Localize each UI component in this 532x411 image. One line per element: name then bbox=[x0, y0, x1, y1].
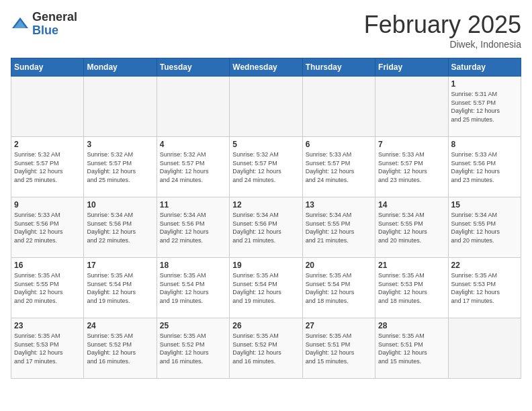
calendar-cell: 12Sunrise: 5:34 AM Sunset: 5:56 PM Dayli… bbox=[230, 197, 302, 258]
logo-text: General Blue bbox=[32, 11, 77, 38]
day-info: Sunrise: 5:35 AM Sunset: 5:53 PM Dayligh… bbox=[451, 271, 518, 305]
day-info: Sunrise: 5:35 AM Sunset: 5:52 PM Dayligh… bbox=[87, 332, 153, 365]
calendar-cell bbox=[157, 77, 229, 137]
day-info: Sunrise: 5:35 AM Sunset: 5:52 PM Dayligh… bbox=[232, 332, 299, 365]
calendar-table: SundayMondayTuesdayWednesdayThursdayFrid… bbox=[11, 58, 521, 379]
calendar-cell: 3Sunrise: 5:32 AM Sunset: 5:57 PM Daylig… bbox=[84, 137, 157, 197]
day-number: 8 bbox=[451, 140, 518, 149]
day-number: 9 bbox=[14, 200, 81, 210]
week-row-2: 2Sunrise: 5:32 AM Sunset: 5:57 PM Daylig… bbox=[11, 137, 521, 197]
calendar-cell: 13Sunrise: 5:34 AM Sunset: 5:55 PM Dayli… bbox=[302, 197, 375, 258]
day-info: Sunrise: 5:32 AM Sunset: 5:57 PM Dayligh… bbox=[160, 150, 226, 184]
day-number: 15 bbox=[451, 200, 518, 210]
day-info: Sunrise: 5:31 AM Sunset: 5:57 PM Dayligh… bbox=[451, 90, 518, 124]
day-info: Sunrise: 5:33 AM Sunset: 5:57 PM Dayligh… bbox=[306, 150, 372, 184]
weekday-header-tuesday: Tuesday bbox=[157, 58, 229, 77]
day-info: Sunrise: 5:33 AM Sunset: 5:57 PM Dayligh… bbox=[378, 150, 445, 184]
day-number: 10 bbox=[87, 200, 153, 210]
day-number: 13 bbox=[306, 200, 372, 210]
day-info: Sunrise: 5:35 AM Sunset: 5:51 PM Dayligh… bbox=[378, 332, 445, 365]
day-number: 26 bbox=[232, 321, 299, 330]
day-info: Sunrise: 5:34 AM Sunset: 5:55 PM Dayligh… bbox=[451, 211, 518, 244]
day-info: Sunrise: 5:35 AM Sunset: 5:54 PM Dayligh… bbox=[306, 271, 372, 305]
calendar-cell bbox=[302, 77, 375, 137]
day-number: 12 bbox=[232, 200, 299, 210]
day-info: Sunrise: 5:32 AM Sunset: 5:57 PM Dayligh… bbox=[87, 150, 153, 184]
day-info: Sunrise: 5:34 AM Sunset: 5:55 PM Dayligh… bbox=[378, 211, 445, 244]
calendar-cell: 11Sunrise: 5:34 AM Sunset: 5:56 PM Dayli… bbox=[157, 197, 229, 258]
day-number: 2 bbox=[14, 140, 81, 149]
calendar-cell: 8Sunrise: 5:33 AM Sunset: 5:56 PM Daylig… bbox=[448, 137, 521, 197]
calendar-cell: 23Sunrise: 5:35 AM Sunset: 5:53 PM Dayli… bbox=[11, 318, 84, 379]
day-info: Sunrise: 5:32 AM Sunset: 5:57 PM Dayligh… bbox=[14, 150, 81, 184]
day-info: Sunrise: 5:35 AM Sunset: 5:52 PM Dayligh… bbox=[160, 332, 226, 365]
day-number: 24 bbox=[87, 321, 153, 330]
weekday-header-thursday: Thursday bbox=[302, 58, 375, 77]
calendar-cell: 28Sunrise: 5:35 AM Sunset: 5:51 PM Dayli… bbox=[375, 318, 448, 379]
page-header: General Blue February 2025 Diwek, Indone… bbox=[11, 11, 521, 50]
calendar-cell bbox=[84, 77, 157, 137]
calendar-cell: 7Sunrise: 5:33 AM Sunset: 5:57 PM Daylig… bbox=[375, 137, 448, 197]
calendar-cell: 27Sunrise: 5:35 AM Sunset: 5:51 PM Dayli… bbox=[302, 318, 375, 379]
calendar-cell: 20Sunrise: 5:35 AM Sunset: 5:54 PM Dayli… bbox=[302, 258, 375, 318]
day-number: 11 bbox=[160, 200, 226, 210]
day-number: 1 bbox=[451, 79, 518, 89]
day-info: Sunrise: 5:35 AM Sunset: 5:54 PM Dayligh… bbox=[160, 271, 226, 305]
week-row-1: 1Sunrise: 5:31 AM Sunset: 5:57 PM Daylig… bbox=[11, 77, 521, 137]
day-number: 25 bbox=[160, 321, 226, 330]
calendar-cell bbox=[230, 77, 302, 137]
calendar-cell bbox=[11, 77, 84, 137]
calendar-cell: 4Sunrise: 5:32 AM Sunset: 5:57 PM Daylig… bbox=[157, 137, 229, 197]
calendar-cell: 17Sunrise: 5:35 AM Sunset: 5:54 PM Dayli… bbox=[84, 258, 157, 318]
title-block: February 2025 Diwek, Indonesia bbox=[364, 11, 521, 50]
day-number: 7 bbox=[378, 140, 445, 149]
day-info: Sunrise: 5:33 AM Sunset: 5:56 PM Dayligh… bbox=[14, 211, 81, 244]
calendar-subtitle: Diwek, Indonesia bbox=[364, 39, 521, 50]
weekday-header-monday: Monday bbox=[84, 58, 157, 77]
day-info: Sunrise: 5:33 AM Sunset: 5:56 PM Dayligh… bbox=[451, 150, 518, 184]
logo-blue: Blue bbox=[32, 24, 58, 37]
calendar-cell: 5Sunrise: 5:32 AM Sunset: 5:57 PM Daylig… bbox=[230, 137, 302, 197]
day-number: 21 bbox=[378, 261, 445, 270]
logo-icon bbox=[11, 15, 30, 34]
weekday-header-sunday: Sunday bbox=[11, 58, 84, 77]
calendar-cell: 15Sunrise: 5:34 AM Sunset: 5:55 PM Dayli… bbox=[448, 197, 521, 258]
day-info: Sunrise: 5:35 AM Sunset: 5:51 PM Dayligh… bbox=[306, 332, 372, 365]
calendar-title: February 2025 bbox=[364, 11, 521, 39]
day-number: 22 bbox=[451, 261, 518, 270]
calendar-cell: 25Sunrise: 5:35 AM Sunset: 5:52 PM Dayli… bbox=[157, 318, 229, 379]
day-info: Sunrise: 5:35 AM Sunset: 5:54 PM Dayligh… bbox=[232, 271, 299, 305]
day-number: 18 bbox=[160, 261, 226, 270]
day-info: Sunrise: 5:35 AM Sunset: 5:53 PM Dayligh… bbox=[378, 271, 445, 305]
week-row-5: 23Sunrise: 5:35 AM Sunset: 5:53 PM Dayli… bbox=[11, 318, 521, 379]
day-number: 5 bbox=[232, 140, 299, 149]
day-info: Sunrise: 5:35 AM Sunset: 5:54 PM Dayligh… bbox=[87, 271, 153, 305]
day-info: Sunrise: 5:35 AM Sunset: 5:53 PM Dayligh… bbox=[14, 332, 81, 365]
weekday-header-friday: Friday bbox=[375, 58, 448, 77]
week-row-4: 16Sunrise: 5:35 AM Sunset: 5:55 PM Dayli… bbox=[11, 258, 521, 318]
day-number: 20 bbox=[306, 261, 372, 270]
weekday-header-saturday: Saturday bbox=[448, 58, 521, 77]
day-number: 27 bbox=[306, 321, 372, 330]
calendar-cell: 18Sunrise: 5:35 AM Sunset: 5:54 PM Dayli… bbox=[157, 258, 229, 318]
day-number: 3 bbox=[87, 140, 153, 149]
day-info: Sunrise: 5:34 AM Sunset: 5:56 PM Dayligh… bbox=[232, 211, 299, 244]
calendar-cell: 16Sunrise: 5:35 AM Sunset: 5:55 PM Dayli… bbox=[11, 258, 84, 318]
calendar-cell: 21Sunrise: 5:35 AM Sunset: 5:53 PM Dayli… bbox=[375, 258, 448, 318]
calendar-cell: 6Sunrise: 5:33 AM Sunset: 5:57 PM Daylig… bbox=[302, 137, 375, 197]
calendar-cell: 2Sunrise: 5:32 AM Sunset: 5:57 PM Daylig… bbox=[11, 137, 84, 197]
calendar-cell: 10Sunrise: 5:34 AM Sunset: 5:56 PM Dayli… bbox=[84, 197, 157, 258]
calendar-cell: 9Sunrise: 5:33 AM Sunset: 5:56 PM Daylig… bbox=[11, 197, 84, 258]
day-number: 6 bbox=[306, 140, 372, 149]
calendar-cell bbox=[375, 77, 448, 137]
day-number: 4 bbox=[160, 140, 226, 149]
week-row-3: 9Sunrise: 5:33 AM Sunset: 5:56 PM Daylig… bbox=[11, 197, 521, 258]
logo-general: General bbox=[32, 10, 77, 24]
day-info: Sunrise: 5:35 AM Sunset: 5:55 PM Dayligh… bbox=[14, 271, 81, 305]
calendar-cell: 26Sunrise: 5:35 AM Sunset: 5:52 PM Dayli… bbox=[230, 318, 302, 379]
calendar-cell: 14Sunrise: 5:34 AM Sunset: 5:55 PM Dayli… bbox=[375, 197, 448, 258]
calendar-cell: 1Sunrise: 5:31 AM Sunset: 5:57 PM Daylig… bbox=[448, 77, 521, 137]
day-number: 19 bbox=[232, 261, 299, 270]
day-number: 17 bbox=[87, 261, 153, 270]
day-number: 28 bbox=[378, 321, 445, 330]
